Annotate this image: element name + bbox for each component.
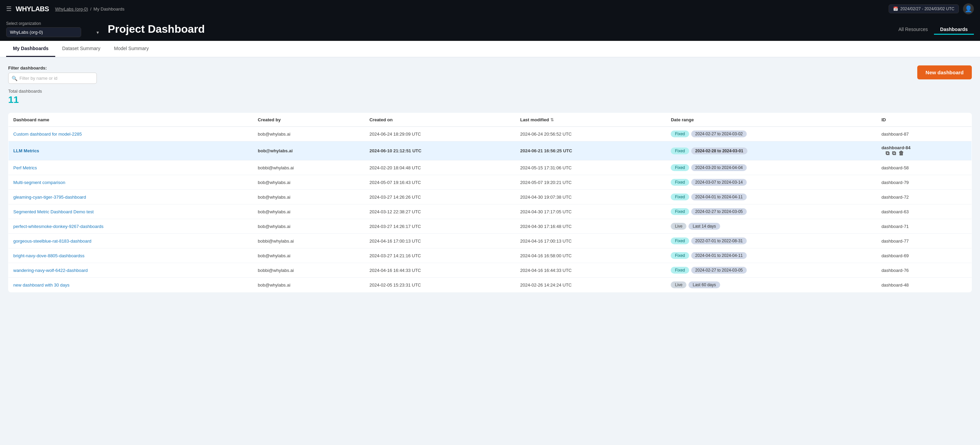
cell-last-modified: 2024-05-15 17:31:06 UTC [515,160,666,175]
cell-date-range: Fixed2022-07-01 to 2022-08-31 [666,234,877,249]
cell-created-on: 2024-03-12 22:38:27 UTC [364,204,515,219]
cell-created-by: bob@whylabs.ai [253,278,364,292]
top-right-nav: All Resources Dashboards [892,24,974,35]
cell-created-on: 2024-03-27 14:26:26 UTC [364,190,515,204]
hamburger-icon[interactable]: ☰ [6,5,11,13]
date-range-value: Last 60 days [689,282,720,288]
cell-created-by: bob@whylabs.ai [253,190,364,204]
col-header-last-modified[interactable]: Last modified ⇅ [515,113,666,127]
col-header-date-range: Date range [666,113,877,127]
cell-id: dashboard-69 [877,249,972,263]
cell-date-range: Fixed2024-02-27 to 2024-03-05 [666,204,877,219]
cell-created-by: bobbi@whylabs.ai [253,234,364,249]
breadcrumb-sep: / [90,6,91,11]
col-header-created-on: Created on [364,113,515,127]
dashboard-name-link[interactable]: Segmented Metric Dashboard Demo test [13,209,94,214]
cell-id: dashboard-71 [877,219,972,234]
org-select-wrapper[interactable]: WhyLabs (org-0) [6,27,102,37]
dashboard-id: dashboard-87 [881,131,909,137]
tab-model-summary[interactable]: Model Summary [107,41,156,57]
search-icon: 🔍 [11,76,18,81]
dashboard-name-link[interactable]: new dashboard with 30 days [13,282,70,288]
date-range-value: 2024-03-20 to 2024-04-04 [691,164,747,171]
filter-label: Filter dashboards: [8,65,97,71]
table-row: LLM Metricsbob@whylabs.ai2024-06-10 21:1… [8,141,972,160]
dashboard-table: Dashboard name Created by Created on Las… [8,113,972,292]
dashboard-id: dashboard-69 [881,253,909,258]
date-range-pill[interactable]: 📅 2024/02/27 - 2024/03/02 UTC [889,5,959,13]
dashboard-name-link[interactable]: wandering-navy-wolf-6422-dashboard [13,268,88,273]
table-row: Segmented Metric Dashboard Demo testbob@… [8,204,972,219]
date-range-value: 2024-02-27 to 2024-03-05 [691,208,747,215]
dashboard-name-link[interactable]: LLM Metrics [13,148,39,153]
range-type-badge: Fixed [671,252,689,259]
date-range-value: 2024-04-01 to 2024-04-11 [691,252,747,259]
dashboard-name-link[interactable]: bright-navy-dove-8805-dashboardss [13,253,84,258]
date-range-text: 2024/02/27 - 2024/03/02 UTC [900,6,955,11]
cell-created-on: 2024-02-05 15:23:31 UTC [364,278,515,292]
dashboard-name-link[interactable]: gorgeous-steelblue-rat-8183-dashboard [13,239,91,244]
tab-dataset-summary[interactable]: Dataset Summary [55,41,107,57]
open-icon[interactable]: ⧉ [886,150,889,157]
cell-created-by: bob@whylabs.ai [253,219,364,234]
cell-created-by: bob@whylabs.ai [253,204,364,219]
cell-created-by: bobbi@whylabs.ai [253,263,364,278]
filter-input[interactable] [8,73,97,84]
table-row: Custom dashboard for model-2285bob@whyla… [8,127,972,141]
cell-date-range: LiveLast 14 days [666,219,877,234]
toolbar: Filter dashboards: 🔍 Total dashboards 11… [8,65,972,107]
dashboard-name-link[interactable]: perfect-whitesmoke-donkey-9267-dashboard… [13,224,103,229]
cell-id: dashboard-84⧉⧉🗑 [877,141,972,160]
cell-name: wandering-navy-wolf-6422-dashboard [8,263,253,278]
sub-nav: Select organization WhyLabs (org-0) Proj… [0,18,980,41]
range-type-badge: Fixed [671,193,689,200]
cell-created-by: bob@whylabs.ai [253,127,364,141]
breadcrumb-page: My Dashboards [94,6,124,11]
cell-last-modified: 2024-04-30 17:17:05 UTC [515,204,666,219]
tab-my-dashboards[interactable]: My Dashboards [6,41,55,57]
range-type-badge: Fixed [671,238,689,244]
table-row: Multi-segment comparisonbob@whylabs.ai20… [8,175,972,190]
dashboard-name-link[interactable]: Perf Metrics [13,165,37,170]
dashboard-id: dashboard-72 [881,195,909,200]
date-range-value: 2024-02-27 to 2024-03-02 [691,130,747,137]
cell-date-range: Fixed2024-03-20 to 2024-04-04 [666,160,877,175]
cell-date-range: Fixed2024-02-27 to 2024-03-05 [666,263,877,278]
range-type-badge: Fixed [671,208,689,215]
cell-created-on: 2024-02-20 18:04:48 UTC [364,160,515,175]
range-type-badge: Fixed [671,147,689,154]
table-row: wandering-navy-wolf-6422-dashboardbobbi@… [8,263,972,278]
cell-name: Perf Metrics [8,160,253,175]
cell-id: dashboard-63 [877,204,972,219]
dashboard-name-link[interactable]: gleaming-cyan-tiger-3795-dashboard [13,195,86,200]
cell-last-modified: 2024-04-16 16:58:00 UTC [515,249,666,263]
cell-id: dashboard-87 [877,127,972,141]
dashboard-name-link[interactable]: Multi-segment comparison [13,180,65,185]
dashboard-id: dashboard-58 [881,165,909,170]
delete-icon[interactable]: 🗑 [899,150,904,157]
table-row: Perf Metricsbobbi@whylabs.ai2024-02-20 1… [8,160,972,175]
user-avatar[interactable]: 👤 [963,3,974,14]
cell-id: dashboard-58 [877,160,972,175]
breadcrumb-org[interactable]: WhyLabs (org-0) [55,6,88,11]
sort-icon[interactable]: ⇅ [550,117,554,122]
new-dashboard-button[interactable]: New dashboard [917,65,972,79]
org-select[interactable]: WhyLabs (org-0) [6,27,81,37]
cell-created-on: 2024-03-27 14:21:16 UTC [364,249,515,263]
total-section: Total dashboards 11 [8,89,97,105]
col-header-name: Dashboard name [8,113,253,127]
filter-input-wrap: 🔍 [8,73,97,84]
dashboard-id: dashboard-84 [881,145,910,150]
dashboard-id: dashboard-77 [881,239,909,244]
cell-created-by: bob@whylabs.ai [253,175,364,190]
org-section: Select organization WhyLabs (org-0) [6,21,102,37]
dashboard-name-link[interactable]: Custom dashboard for model-2285 [13,131,82,137]
copy-icon[interactable]: ⧉ [892,150,896,157]
main-content: Filter dashboards: 🔍 Total dashboards 11… [0,57,980,443]
logo: WHYLABS [16,5,49,13]
nav-all-resources[interactable]: All Resources [892,24,934,35]
table-row: gorgeous-steelblue-rat-8183-dashboardbob… [8,234,972,249]
action-icons: ⧉⧉🗑 [886,150,967,157]
nav-dashboards[interactable]: Dashboards [934,24,974,35]
cell-date-range: Fixed2024-02-28 to 2024-03-01 [666,141,877,160]
